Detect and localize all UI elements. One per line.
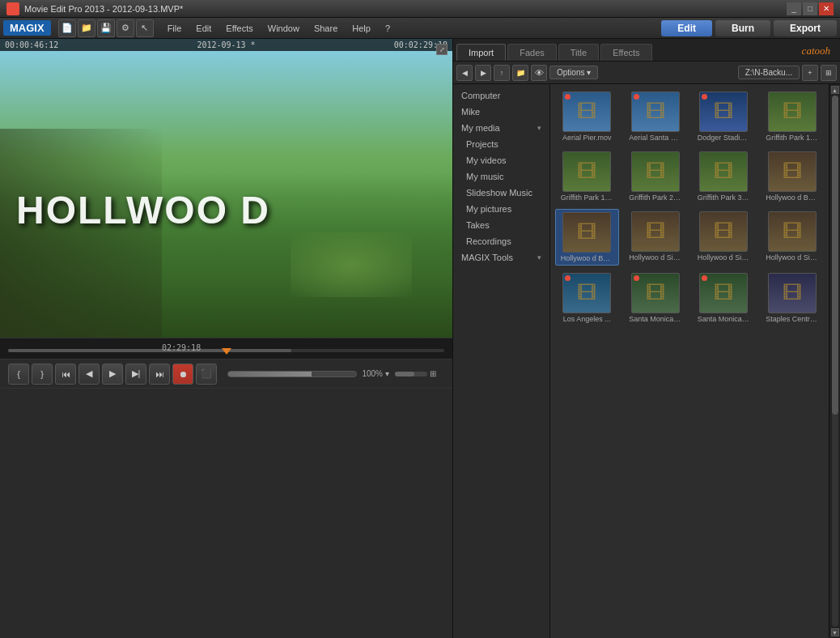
timeline-scrubber[interactable]: 02:29:18 xyxy=(0,338,452,359)
playback-progress[interactable] xyxy=(227,371,357,377)
nav-folder-button[interactable]: 📁 xyxy=(512,65,528,81)
toolbar-cursor[interactable]: ↖ xyxy=(136,19,154,37)
tree-projects[interactable]: Projects xyxy=(453,136,549,152)
zoom-expand-icon[interactable]: ⊞ xyxy=(430,369,436,378)
media-item-hollywood-sign3[interactable]: 🎞Hollywoo d Sign 3... xyxy=(692,209,756,266)
mark-in-button[interactable]: { xyxy=(8,364,29,385)
time-left: 00:00:46:12 xyxy=(5,40,58,49)
toolbar-open[interactable]: 📁 xyxy=(78,19,95,37)
media-item-dodger-stadium[interactable]: 🎞Dodger Stadium... xyxy=(692,89,756,144)
tree-my-pictures[interactable]: My pictures xyxy=(453,201,549,217)
record-button[interactable]: ⏺ xyxy=(172,364,193,385)
media-thumb-hollywood-bowl4: 🎞 xyxy=(562,212,611,253)
minimize-button[interactable]: _ xyxy=(787,2,801,15)
media-item-santa-monica2[interactable]: 🎞Santa Monica ... xyxy=(692,270,756,325)
nav-forward-button[interactable]: ▶ xyxy=(475,65,491,81)
tree-computer[interactable]: Computer xyxy=(453,87,549,104)
toolbar-save[interactable]: 💾 xyxy=(97,19,115,37)
play-button[interactable]: ▶ xyxy=(102,364,123,385)
tree-my-music[interactable]: My music xyxy=(453,168,549,185)
tab-effects[interactable]: Effects xyxy=(600,44,651,61)
film-icon-dodger-stadium: 🎞 xyxy=(714,100,733,123)
media-thumb-griffith-park1: 🎞 xyxy=(768,91,817,132)
progress-fill xyxy=(228,372,312,376)
add-button[interactable]: + xyxy=(802,65,818,81)
prev-frame-button[interactable]: ◀ xyxy=(78,364,100,385)
scroll-up-button[interactable]: ▲ xyxy=(831,86,839,94)
film-icon-los-angeles: 🎞 xyxy=(577,282,596,304)
film-icon-santa-monica2: 🎞 xyxy=(714,282,733,304)
tree-mike[interactable]: Mike xyxy=(453,104,549,120)
toolbar-new[interactable]: 📄 xyxy=(58,19,76,37)
step-back-button[interactable]: ⏮ xyxy=(55,364,76,385)
menu-edit[interactable]: Edit xyxy=(189,22,218,35)
menu-share[interactable]: Share xyxy=(308,22,344,35)
film-icon-staples-centre: 🎞 xyxy=(783,282,802,304)
media-item-griffith-park1m[interactable]: 🎞Griffith Park 1.m... xyxy=(555,149,619,204)
menu-help[interactable]: Help xyxy=(346,22,377,35)
media-item-aerial-santa[interactable]: 🎞Aerial Santa M... xyxy=(624,89,688,144)
menu-help-icon[interactable]: ? xyxy=(379,22,397,35)
media-item-los-angeles[interactable]: 🎞Los Angeles ... xyxy=(555,270,619,325)
edit-mode-button[interactable]: Edit xyxy=(661,20,712,36)
zoom-slider[interactable] xyxy=(395,372,427,376)
menu-file[interactable]: File xyxy=(161,22,189,35)
media-label-santa-monica1: Santa Monica ... xyxy=(629,315,681,323)
media-dot-santa-monica1 xyxy=(634,275,639,281)
scroll-track xyxy=(832,96,838,627)
media-thumb-griffith-park3: 🎞 xyxy=(699,151,748,192)
menu-effects[interactable]: Effects xyxy=(219,22,259,35)
scroll-down-button[interactable]: ▼ xyxy=(831,628,839,636)
tree-my-media[interactable]: My media ▾ xyxy=(453,120,549,136)
mark-out-button[interactable]: } xyxy=(32,364,53,385)
tab-title[interactable]: Title xyxy=(558,44,599,61)
scroll-thumb[interactable] xyxy=(832,96,838,415)
media-thumb-hollywood-sign3: 🎞 xyxy=(699,211,748,252)
path-label: Z:\N-Backu... xyxy=(738,66,800,79)
maximize-button[interactable]: □ xyxy=(803,2,817,15)
preview-expand-button[interactable]: ⤢ xyxy=(436,44,448,55)
catooh-brand: catooh xyxy=(795,41,837,61)
tree-slideshow-music[interactable]: Slideshow Music xyxy=(453,185,549,201)
media-item-hollywood-bowl1[interactable]: 🎞Hollywoo d Bowl 1... xyxy=(761,149,825,204)
media-item-griffith-park1[interactable]: 🎞Griffith Park 1(1)... xyxy=(761,89,825,144)
burn-mode-button[interactable]: Burn xyxy=(715,20,770,36)
film-icon-griffith-park3: 🎞 xyxy=(714,160,733,183)
playhead-marker xyxy=(222,348,231,355)
media-item-hollywood-sign4[interactable]: 🎞Hollywoo d Sign... xyxy=(761,209,825,266)
media-item-hollywood-bowl4[interactable]: 🎞Hollywoo d Bowl 4.mov xyxy=(555,209,619,266)
media-thumb-los-angeles: 🎞 xyxy=(562,273,611,313)
view-toggle[interactable]: ⊞ xyxy=(821,65,837,81)
tab-fades[interactable]: Fades xyxy=(507,44,557,61)
tree-takes[interactable]: Takes xyxy=(453,217,549,233)
tree-my-videos[interactable]: My videos xyxy=(453,152,549,168)
zoom-dropdown-icon[interactable]: ▾ xyxy=(385,369,389,378)
options-dropdown[interactable]: Options ▾ xyxy=(549,66,598,79)
nav-search-button[interactable]: 👁 xyxy=(531,65,547,81)
close-button[interactable]: ✕ xyxy=(819,2,834,15)
magix-tools-arrow: ▾ xyxy=(537,253,541,262)
hill-left xyxy=(0,129,162,338)
stop-button[interactable]: ⬛ xyxy=(196,364,217,385)
preview-window: 00:00:46:12 2012-09-13 * 00:02:29:18 ⤢ H… xyxy=(0,39,452,338)
step-forward-button[interactable]: ⏭ xyxy=(149,364,170,385)
tree-magix-tools[interactable]: MAGIX Tools ▾ xyxy=(453,249,549,266)
export-mode-button[interactable]: Export xyxy=(774,20,837,36)
toolbar-settings[interactable]: ⚙ xyxy=(117,19,134,37)
time-date: 2012-09-13 * xyxy=(197,40,255,49)
media-item-aerial-pier[interactable]: 🎞Aerial Pier.mov xyxy=(555,89,619,144)
media-item-santa-monica1[interactable]: 🎞Santa Monica ... xyxy=(624,270,688,325)
tab-import[interactable]: Import xyxy=(456,44,506,61)
tree-recordings[interactable]: Recordings xyxy=(453,233,549,249)
media-item-griffith-park2[interactable]: 🎞Griffith Park 2.m... xyxy=(624,149,688,204)
nav-back-button[interactable]: ◀ xyxy=(456,65,473,81)
media-thumb-santa-monica2: 🎞 xyxy=(699,273,748,313)
film-icon-griffith-park2: 🎞 xyxy=(646,160,665,183)
menu-window[interactable]: Window xyxy=(261,22,306,35)
media-item-hollywood-sign2[interactable]: 🎞Hollywoo d Sign 2... xyxy=(624,209,688,266)
nav-up-button[interactable]: ↑ xyxy=(494,65,510,81)
media-item-staples-centre[interactable]: 🎞Staples Centre... xyxy=(761,270,825,325)
next-frame-button[interactable]: ▶| xyxy=(125,364,146,385)
window-title: Movie Edit Pro 2013 - 2012-09-13.MVP* xyxy=(24,4,787,14)
media-item-griffith-park3[interactable]: 🎞Griffith Park 3.m... xyxy=(692,149,756,204)
